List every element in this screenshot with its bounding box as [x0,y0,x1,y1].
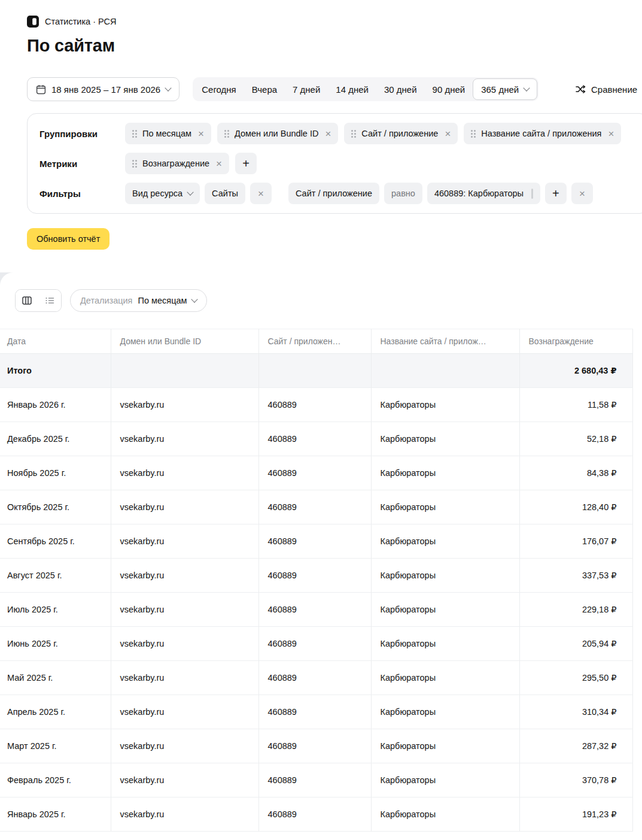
compare-button[interactable]: Сравнение [576,77,637,101]
cell-name: Карбюраторы [371,388,519,422]
table-body: Итого 2 680,43 ₽ Январь 2026 г.vsekarby.… [0,354,632,832]
cell-domain: vsekarby.ru [111,388,258,422]
groupings-label: Группировки [39,129,125,139]
quick-range-1[interactable]: Сегодня [194,78,244,100]
cell-reward: 370,78 ₽ [519,763,632,797]
cell-domain: vsekarby.ru [111,729,258,763]
quick-range-7[interactable]: 365 дней [473,78,537,100]
cell-site: 460889 [258,490,371,524]
add-filter-value-button[interactable]: + [545,183,567,204]
detalization-selector[interactable]: Детализация По месяцам [70,289,207,312]
cell-site: 460889 [258,695,371,729]
cell-name: Карбюраторы [371,422,519,456]
drag-handle-icon[interactable] [224,130,229,138]
quick-ranges: СегодняВчера7 дней14 дней30 дней90 дней3… [193,77,538,101]
detail-view-button[interactable] [38,290,61,311]
grouping-chip-1[interactable]: По месяцам× [125,123,211,144]
column-header-domain[interactable]: Домен или Bundle ID [111,329,258,354]
chip-label: Вознаграждение [142,159,209,168]
date-range-picker[interactable]: 18 янв 2025 – 17 янв 2026 [27,77,179,101]
cell-date: Сентябрь 2025 г. [0,524,111,559]
view-toggle [15,289,62,312]
chevron-down-icon [187,189,193,195]
resource-filter-field[interactable]: Вид ресурса [125,183,200,204]
resource-filter-value[interactable]: Сайты [205,183,245,204]
groupings-chips: По месяцам×Домен или Bundle ID×Сайт / пр… [125,123,621,144]
grouping-chip-3[interactable]: Сайт / приложение× [344,123,458,144]
page-header: Статистика · РСЯ По сайтам 18 янв 2025 –… [0,0,642,272]
close-icon[interactable]: × [445,129,451,139]
quick-range-label: 90 дней [433,84,465,95]
cell-site: 460889 [258,627,371,661]
content-wrap: Детализация По месяцам Дата Домен или Bu… [0,272,642,832]
quick-range-4[interactable]: 14 дней [328,78,376,100]
resource-filter: Вид ресурса Сайты × [125,183,272,204]
cell-domain: vsekarby.ru [111,456,258,490]
report-table: Дата Домен или Bundle ID Сайт / приложен… [0,329,633,832]
quick-range-label: Сегодня [202,84,236,95]
close-icon[interactable]: × [198,129,204,139]
cell-date: Август 2025 г. [0,559,111,593]
site-filter-value[interactable]: 460889: Карбюраторы [427,183,540,204]
refresh-report-button[interactable]: Обновить отчёт [27,228,109,250]
calendar-icon [36,84,46,95]
cell-date: Май 2025 г. [0,661,111,695]
table-row: Март 2025 г.vsekarby.ru460889Карбюраторы… [0,729,632,763]
report-panel: Детализация По месяцам Дата Домен или Bu… [0,272,642,832]
quick-range-label: Вчера [252,84,277,95]
quick-range-6[interactable]: 90 дней [425,78,473,100]
table-view-button[interactable] [16,290,38,311]
cell-date: Июль 2025 г. [0,593,111,627]
table-row: Январь 2026 г.vsekarby.ru460889Карбюрато… [0,388,632,422]
breadcrumb: Статистика · РСЯ [27,16,642,28]
cell-site: 460889 [258,661,371,695]
cell-domain: vsekarby.ru [111,661,258,695]
cell-reward: 52,18 ₽ [519,422,632,456]
table-row: Январь 2025 г.vsekarby.ru460889Карбюрато… [0,797,632,832]
groupings-row: Группировки По месяцам×Домен или Bundle … [39,119,642,148]
add-metric-button[interactable]: + [235,153,257,174]
plus-icon: + [552,187,559,199]
column-header-reward[interactable]: Вознаграждение [519,329,632,354]
yandex-ads-logo-icon [27,16,39,28]
table-row: Сентябрь 2025 г.vsekarby.ru460889Карбюра… [0,524,632,559]
metric-chip-1[interactable]: Вознаграждение× [125,153,229,174]
cell-date: Декабрь 2025 г. [0,422,111,456]
quick-range-2[interactable]: Вчера [244,78,285,100]
close-icon[interactable]: × [608,129,614,139]
drag-handle-icon[interactable] [132,160,137,168]
cell-site: 460889 [258,763,371,797]
quick-range-5[interactable]: 30 дней [376,78,425,100]
breadcrumb-text[interactable]: Статистика · РСЯ [45,17,117,26]
cell-reward: 310,34 ₽ [519,695,632,729]
quick-range-3[interactable]: 7 дней [285,78,328,100]
plus-icon: + [242,157,250,169]
site-filter-remove-button[interactable]: × [571,183,593,204]
compare-icon [576,85,586,93]
cell-domain: vsekarby.ru [111,627,258,661]
close-icon[interactable]: × [325,129,331,139]
column-header-date[interactable]: Дата [0,329,111,354]
chip-label: Сайт / приложение [361,129,438,138]
drag-handle-icon[interactable] [471,130,476,138]
value-scrollbar[interactable] [531,189,533,199]
drag-handle-icon[interactable] [351,130,356,138]
grouping-chip-4[interactable]: Название сайта / приложения× [464,123,621,144]
cell-name: Карбюраторы [371,627,519,661]
resource-filter-remove-button[interactable]: × [250,183,272,204]
cell-reward: 11,58 ₽ [519,388,632,422]
drag-handle-icon[interactable] [132,130,137,138]
site-filter-field[interactable]: Сайт / приложение [288,183,379,204]
column-header-name[interactable]: Название сайта / прилож… [371,329,519,354]
filter-value-label: Сайты [212,189,238,198]
column-header-site[interactable]: Сайт / приложен… [258,329,371,354]
close-icon[interactable]: × [216,159,222,169]
empty-cell [371,354,519,388]
cell-name: Карбюраторы [371,661,519,695]
table-row: Ноябрь 2025 г.vsekarby.ru460889Карбюрато… [0,456,632,490]
total-label: Итого [0,354,111,388]
site-filter-operator[interactable]: равно [384,183,422,204]
filter-value-label: 460889: Карбюраторы [434,189,524,198]
grouping-chip-2[interactable]: Домен или Bundle ID× [217,123,338,144]
table-row: Май 2025 г.vsekarby.ru460889Карбюраторы2… [0,661,632,695]
